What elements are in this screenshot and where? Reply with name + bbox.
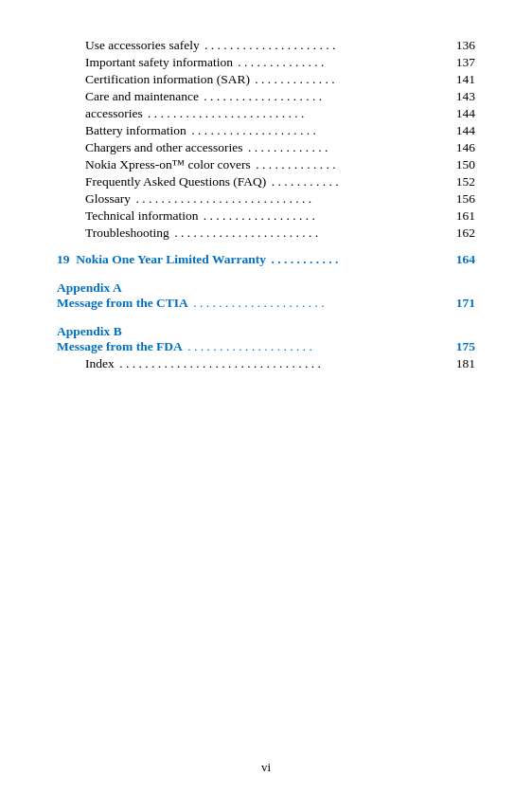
toc-row: Nokia Xpress-on™ color covers . . . . . … bbox=[57, 157, 475, 172]
toc-table: Use accessories safely . . . . . . . . .… bbox=[57, 38, 475, 371]
appendix-a-heading: Appendix A bbox=[57, 280, 475, 296]
toc-row: Important safety information . . . . . .… bbox=[57, 55, 475, 70]
toc-row: Use accessories safely . . . . . . . . .… bbox=[57, 38, 475, 53]
toc-dots: . . . . . . . . . . . bbox=[268, 174, 445, 189]
toc-item-label: Battery information bbox=[85, 123, 186, 138]
toc-dots: . . . . . . . . . . . . . . . . . . . . … bbox=[145, 106, 445, 121]
toc-section-19: 19 Nokia One Year Limited Warranty . . .… bbox=[57, 252, 475, 267]
toc-row: Battery information . . . . . . . . . . … bbox=[57, 123, 475, 138]
toc-dots: . . . . . . . . . . . . . bbox=[245, 140, 445, 155]
toc-dots: . . . . . . . . . . . . . bbox=[253, 157, 445, 172]
toc-dots: . . . . . . . . . . . . . . . . . . . . bbox=[188, 123, 445, 138]
toc-page: 175 bbox=[447, 339, 475, 354]
toc-item-label: Frequently Asked Questions (FAQ) bbox=[85, 174, 266, 189]
toc-dots: . . . . . . . . . . . . . . . . . . . . bbox=[185, 339, 445, 354]
toc-item-label: Troubleshooting bbox=[85, 226, 169, 241]
toc-row: Frequently Asked Questions (FAQ) . . . .… bbox=[57, 174, 475, 189]
toc-dots: . . . . . . . . . . . . . . . . . . . . … bbox=[190, 296, 445, 311]
toc-page: 171 bbox=[447, 296, 475, 311]
toc-dots: . . . . . . . . . . . . . . . . . . . . … bbox=[202, 38, 445, 53]
toc-page: 156 bbox=[447, 191, 475, 207]
toc-item-label: Use accessories safely bbox=[85, 38, 200, 53]
toc-row: Troubleshooting . . . . . . . . . . . . … bbox=[57, 226, 475, 241]
page-number: vi bbox=[261, 760, 271, 775]
appendix-a-label: Message from the CTIA bbox=[57, 296, 188, 311]
appendix-b-label: Message from the FDA bbox=[57, 339, 183, 354]
toc-page: 137 bbox=[447, 55, 475, 70]
toc-dots: . . . . . . . . . . . . . . . . . . . bbox=[201, 89, 445, 104]
appendix-b-heading: Appendix B bbox=[57, 324, 475, 339]
toc-row: Technical information . . . . . . . . . … bbox=[57, 208, 475, 224]
appendix-b-row: Message from the FDA . . . . . . . . . .… bbox=[57, 339, 475, 354]
toc-page: 161 bbox=[447, 208, 475, 224]
toc-item-label: Technical information bbox=[85, 208, 198, 224]
toc-row: Chargers and other accessories . . . . .… bbox=[57, 140, 475, 155]
toc-dots: . . . . . . . . . . . . . . . . . . . . … bbox=[133, 191, 445, 207]
toc-item-label: Chargers and other accessories bbox=[85, 140, 243, 155]
toc-page: 152 bbox=[447, 174, 475, 189]
toc-dots: . . . . . . . . . . . . . . bbox=[235, 55, 445, 70]
toc-item-label: Glossary bbox=[85, 191, 131, 207]
toc-item-label: Important safety information bbox=[85, 55, 233, 70]
index-label: Index bbox=[85, 356, 115, 371]
toc-page: 144 bbox=[447, 106, 475, 121]
toc-page: 181 bbox=[447, 356, 475, 371]
toc-page: 141 bbox=[447, 72, 475, 87]
toc-page: 146 bbox=[447, 140, 475, 155]
appendix-a-row: Message from the CTIA . . . . . . . . . … bbox=[57, 296, 475, 311]
toc-page: 150 bbox=[447, 157, 475, 172]
toc-dots: . . . . . . . . . . . . . bbox=[252, 72, 445, 87]
toc-page: 164 bbox=[447, 252, 475, 267]
toc-row: Care and maintenance . . . . . . . . . .… bbox=[57, 89, 475, 104]
toc-dots: . . . . . . . . . . . . . . . . . . . . … bbox=[116, 356, 445, 371]
toc-page: 144 bbox=[447, 123, 475, 138]
toc-page: 143 bbox=[447, 89, 475, 104]
toc-index-row: Index . . . . . . . . . . . . . . . . . … bbox=[57, 356, 475, 371]
page-container: Use accessories safely . . . . . . . . .… bbox=[0, 0, 532, 794]
toc-page: 136 bbox=[447, 38, 475, 53]
toc-item-label: Certification information (SAR) bbox=[85, 72, 250, 87]
toc-row: Certification information (SAR) . . . . … bbox=[57, 72, 475, 87]
section-19-label: 19 Nokia One Year Limited Warranty bbox=[57, 252, 266, 267]
toc-row: accessories . . . . . . . . . . . . . . … bbox=[57, 106, 475, 121]
toc-item-label: Nokia Xpress-on™ color covers bbox=[85, 157, 251, 172]
toc-page: 162 bbox=[447, 226, 475, 241]
toc-item-label: Care and maintenance bbox=[85, 89, 199, 104]
toc-row: Glossary . . . . . . . . . . . . . . . .… bbox=[57, 191, 475, 207]
toc-dots: . . . . . . . . . . . . . . . . . . bbox=[200, 208, 445, 224]
toc-dots: . . . . . . . . . . . bbox=[268, 252, 445, 267]
toc-dots: . . . . . . . . . . . . . . . . . . . . … bbox=[171, 226, 445, 241]
toc-item-label: accessories bbox=[85, 106, 143, 121]
